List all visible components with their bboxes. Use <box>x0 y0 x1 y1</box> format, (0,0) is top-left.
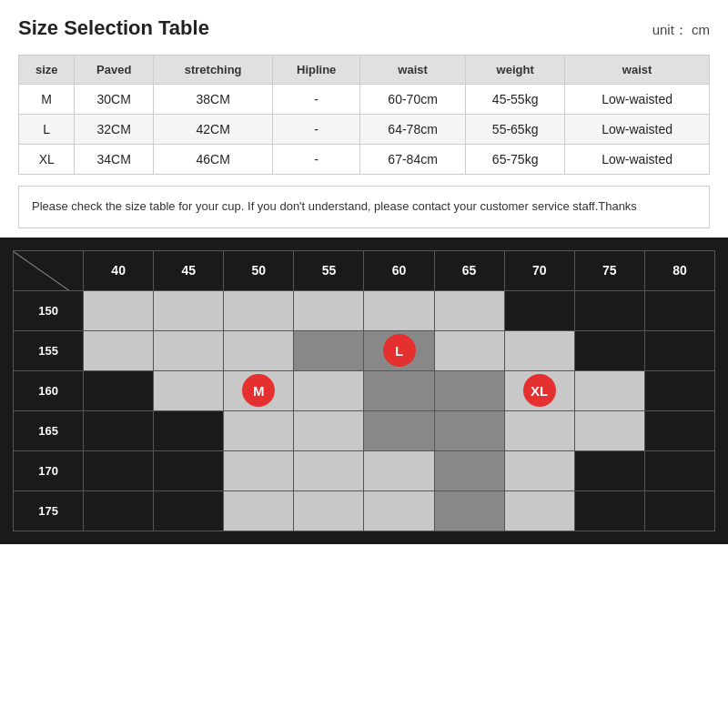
chart-cell <box>364 290 434 330</box>
chart-row-header: 150 <box>14 290 84 330</box>
table-cell: 67-84cm <box>360 145 466 175</box>
table-cell: - <box>273 145 360 175</box>
chart-cell: M <box>224 370 294 410</box>
table-cell: M <box>19 85 75 115</box>
chart-header-row: 404550556065707580 <box>14 250 715 290</box>
chart-cell: L <box>364 330 434 370</box>
bottom-section: KG CM 404550556065707580 150155L160MXL16… <box>0 238 728 544</box>
chart-col-header: 45 <box>154 250 224 290</box>
table-cell: 42CM <box>153 115 272 145</box>
chart-col-header: 50 <box>224 250 294 290</box>
chart-row-header: 165 <box>14 410 84 450</box>
table-cell: 32CM <box>75 115 154 145</box>
chart-cell <box>644 330 714 370</box>
chart-cell <box>294 330 364 370</box>
chart-cell <box>84 450 154 490</box>
chart-col-header: 60 <box>364 250 434 290</box>
chart-cell <box>224 490 294 531</box>
chart-cell <box>294 410 364 450</box>
chart-cell <box>84 370 154 410</box>
chart-cell <box>504 330 574 370</box>
note-box: Please check the size table for your cup… <box>18 186 710 228</box>
chart-cell <box>434 290 504 330</box>
chart-cell <box>574 410 644 450</box>
chart-grid: 404550556065707580 150155L160MXL16517017… <box>13 250 715 531</box>
chart-cell <box>224 330 294 370</box>
size-badge: XL <box>523 374 556 407</box>
chart-cell <box>574 370 644 410</box>
chart-container: 404550556065707580 150155L160MXL16517017… <box>13 250 715 531</box>
table-row: L32CM42CM-64-78cm55-65kgLow-waisted <box>19 115 710 145</box>
chart-col-header: 80 <box>644 250 714 290</box>
unit-label: unit： cm <box>652 22 710 39</box>
chart-cell <box>644 410 714 450</box>
chart-cell <box>574 450 644 490</box>
chart-cell <box>154 410 224 450</box>
table-cell: 30CM <box>75 85 154 115</box>
chart-cell <box>434 330 504 370</box>
chart-col-header: 75 <box>574 250 644 290</box>
table-row: M30CM38CM-60-70cm45-55kgLow-waisted <box>19 85 710 115</box>
table-cell: - <box>273 85 360 115</box>
page-title: Size Selection Table <box>18 16 209 40</box>
chart-cell <box>574 330 644 370</box>
chart-col-header: 55 <box>294 250 364 290</box>
title-row: Size Selection Table unit： cm <box>18 16 710 40</box>
chart-cell <box>154 290 224 330</box>
corner-cell <box>14 250 84 290</box>
chart-cell <box>504 450 574 490</box>
chart-cell <box>364 490 434 531</box>
chart-cell <box>434 450 504 490</box>
chart-cell <box>224 450 294 490</box>
table-cell: 60-70cm <box>360 85 466 115</box>
chart-col-header: 65 <box>434 250 504 290</box>
table-cell: Low-waisted <box>565 115 710 145</box>
col-size: size <box>19 56 75 85</box>
table-cell: Low-waisted <box>565 85 710 115</box>
chart-cell <box>154 450 224 490</box>
chart-col-header: 70 <box>504 250 574 290</box>
table-cell: - <box>273 115 360 145</box>
col-waist: waist <box>360 56 466 85</box>
table-header-row: size Paved stretching Hipline waist weig… <box>19 56 710 85</box>
chart-cell <box>294 490 364 531</box>
chart-cell <box>504 490 574 531</box>
table-cell: XL <box>19 145 75 175</box>
col-waist2: waist <box>565 56 710 85</box>
top-section: Size Selection Table unit： cm size Paved… <box>0 0 728 238</box>
chart-cell <box>364 450 434 490</box>
chart-row-header: 170 <box>14 450 84 490</box>
chart-cell <box>644 490 714 531</box>
chart-cell <box>644 370 714 410</box>
size-badge: L <box>383 334 416 367</box>
chart-row-header: 160 <box>14 370 84 410</box>
chart-row: 175 <box>14 490 715 531</box>
chart-row: 150 <box>14 290 715 330</box>
table-cell: 55-65kg <box>466 115 565 145</box>
chart-cell <box>154 490 224 531</box>
chart-cell <box>154 330 224 370</box>
table-cell: 45-55kg <box>466 85 565 115</box>
col-stretching: stretching <box>153 56 272 85</box>
chart-cell <box>294 450 364 490</box>
table-cell: 65-75kg <box>466 145 565 175</box>
table-cell: 46CM <box>153 145 272 175</box>
chart-cell <box>84 490 154 531</box>
table-cell: 38CM <box>153 85 272 115</box>
chart-cell <box>574 290 644 330</box>
table-cell: 34CM <box>75 145 154 175</box>
table-cell: Low-waisted <box>565 145 710 175</box>
chart-cell <box>434 410 504 450</box>
chart-cell <box>644 450 714 490</box>
chart-cell <box>294 290 364 330</box>
chart-row: 170 <box>14 450 715 490</box>
size-table: size Paved stretching Hipline waist weig… <box>18 55 710 175</box>
note-text: Please check the size table for your cup… <box>32 199 637 213</box>
chart-row: 165 <box>14 410 715 450</box>
chart-cell <box>364 370 434 410</box>
chart-cell <box>504 290 574 330</box>
col-paved: Paved <box>75 56 154 85</box>
chart-cell: XL <box>504 370 574 410</box>
chart-cell <box>504 410 574 450</box>
chart-cell <box>154 370 224 410</box>
